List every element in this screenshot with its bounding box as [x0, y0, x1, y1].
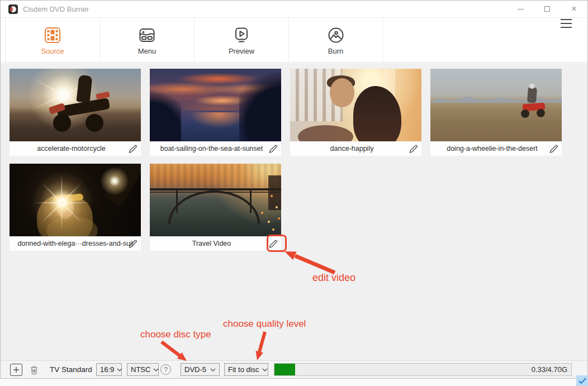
close-button[interactable]: ×: [561, 1, 587, 17]
pencil-edit-icon: [549, 144, 558, 154]
disc-type-value: DVD-5: [184, 365, 207, 374]
close-icon: ×: [571, 4, 576, 13]
tab-burn[interactable]: Burn: [288, 18, 383, 62]
edit-video-button[interactable]: [267, 143, 279, 154]
bottom-bar: TV Standard 16:9 NTSC ? DVD-5 Fit to dis…: [1, 360, 587, 378]
video-title: Travel Video: [192, 240, 239, 247]
aspect-ratio-value: 16:9: [100, 365, 114, 374]
maximize-button[interactable]: [534, 1, 561, 17]
tab-preview-label: Preview: [229, 47, 254, 55]
chevron-down-icon: [210, 368, 216, 371]
film-strip-icon: [43, 25, 62, 45]
quality-level-select[interactable]: Fit to disc: [224, 363, 268, 376]
edit-video-button-highlighted[interactable]: [267, 238, 279, 249]
tab-menu-label: Menu: [138, 47, 157, 55]
video-item: dance-happily: [290, 69, 421, 156]
pencil-edit-icon: [128, 239, 137, 249]
confirm-check-button[interactable]: [576, 375, 588, 386]
chevron-down-icon: [262, 368, 268, 371]
aspect-ratio-select[interactable]: 16:9: [96, 363, 122, 376]
add-video-button[interactable]: [10, 364, 22, 376]
tv-standard-label: TV Standard: [50, 361, 92, 378]
maximize-icon: [544, 6, 550, 12]
video-thumbnail[interactable]: [150, 164, 281, 236]
pencil-edit-icon: [128, 144, 137, 154]
video-grid: accelerate-motorcycle boat-saili: [10, 69, 587, 259]
delete-video-button[interactable]: [28, 364, 40, 376]
help-question-icon[interactable]: ?: [160, 364, 171, 375]
pencil-edit-icon: [268, 144, 278, 154]
burn-disc-icon: [326, 25, 345, 45]
hamburger-menu-icon[interactable]: [561, 19, 572, 28]
cisdem-logo-icon: [8, 4, 18, 14]
chevron-down-icon: [117, 368, 122, 371]
video-item: doing-a-wheelie-in-the-desert: [430, 69, 562, 156]
tab-source-label: Source: [41, 47, 64, 55]
tab-menu[interactable]: Menu: [99, 18, 194, 62]
quality-level-value: Fit to disc: [228, 365, 259, 374]
edit-video-button[interactable]: [126, 143, 139, 154]
app-window: Cisdem DVD Burner ×: [0, 0, 588, 379]
main-toolbar: Source Menu Prev: [1, 17, 587, 63]
video-title: boat-sailing-on-the-sea-at-sunset: [160, 145, 271, 153]
video-item: accelerate-motorcycle: [10, 69, 141, 156]
video-grid-area: accelerate-motorcycle boat-saili: [1, 63, 587, 360]
check-icon: [578, 378, 586, 384]
video-thumbnail[interactable]: [10, 164, 141, 236]
minimize-button[interactable]: [507, 1, 534, 17]
add-plus-icon: [13, 366, 20, 373]
tv-system-select[interactable]: NTSC: [127, 363, 159, 376]
minimize-icon: [518, 9, 524, 9]
tab-preview[interactable]: Preview: [194, 18, 288, 62]
pencil-edit-icon: [409, 144, 418, 154]
disc-type-select[interactable]: DVD-5: [181, 363, 220, 376]
title-bar: Cisdem DVD Burner ×: [1, 1, 587, 17]
progress-fill: [274, 364, 295, 375]
trash-icon: [29, 364, 40, 375]
video-thumbnail[interactable]: [10, 69, 141, 141]
video-title: doing-a-wheelie-in-the-desert: [447, 145, 546, 153]
video-label-strip: Travel Video: [150, 236, 281, 251]
video-label-strip: dance-happily: [290, 141, 421, 156]
edit-video-button[interactable]: [547, 143, 559, 154]
video-label-strip: donned-with-elega···dresses-and-suits: [10, 236, 141, 251]
disc-capacity-bar: 0.33/4.70G: [274, 363, 572, 376]
video-title: dance-happily: [330, 145, 382, 153]
video-item: donned-with-elega···dresses-and-suits: [10, 164, 141, 251]
video-item: Travel Video: [150, 164, 281, 251]
tab-source[interactable]: Source: [5, 18, 99, 62]
edit-video-button[interactable]: [407, 143, 419, 154]
video-thumbnail[interactable]: [430, 69, 562, 141]
tab-burn-label: Burn: [328, 47, 343, 55]
window-controls: ×: [507, 1, 587, 17]
video-item: boat-sailing-on-the-sea-at-sunset: [150, 69, 281, 156]
video-label-strip: boat-sailing-on-the-sea-at-sunset: [150, 141, 281, 156]
capacity-text: 0.33/4.70G: [532, 365, 567, 374]
pencil-edit-icon: [268, 239, 278, 249]
window-title: Cisdem DVD Burner: [23, 5, 89, 13]
video-label-strip: doing-a-wheelie-in-the-desert: [430, 141, 562, 156]
video-thumbnail[interactable]: [290, 69, 421, 141]
video-label-strip: accelerate-motorcycle: [10, 141, 141, 156]
menu-template-icon: [137, 25, 157, 45]
tv-system-value: NTSC: [131, 365, 150, 374]
preview-play-icon: [232, 25, 251, 45]
video-title: accelerate-motorcycle: [37, 145, 113, 153]
edit-video-button[interactable]: [126, 238, 139, 249]
video-thumbnail[interactable]: [150, 69, 281, 141]
chevron-down-icon: [153, 368, 159, 371]
video-title: donned-with-elega···dresses-and-suits: [18, 240, 133, 247]
